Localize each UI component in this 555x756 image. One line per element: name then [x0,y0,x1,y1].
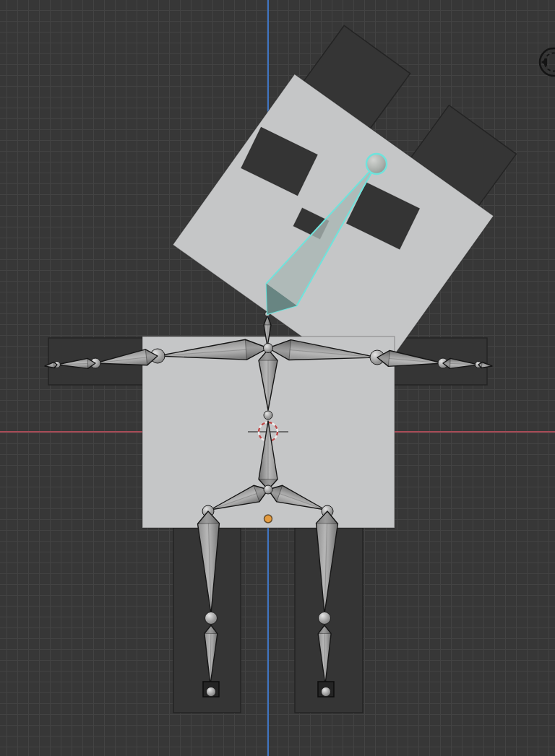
head-bone-tip-joint[interactable] [366,154,387,174]
waist-joint[interactable] [264,411,272,420]
blender-3d-viewport[interactable] [0,0,555,756]
knee-left-joint[interactable] [205,612,218,625]
knee-right-joint[interactable] [319,612,331,625]
pelvis-joint[interactable] [264,485,272,494]
object-origin-dot[interactable] [264,515,272,523]
viewport-canvas[interactable] [0,0,555,756]
chest-joint[interactable] [264,344,273,353]
foot-right-joint[interactable] [322,687,331,697]
foot-left-joint[interactable] [207,687,216,697]
